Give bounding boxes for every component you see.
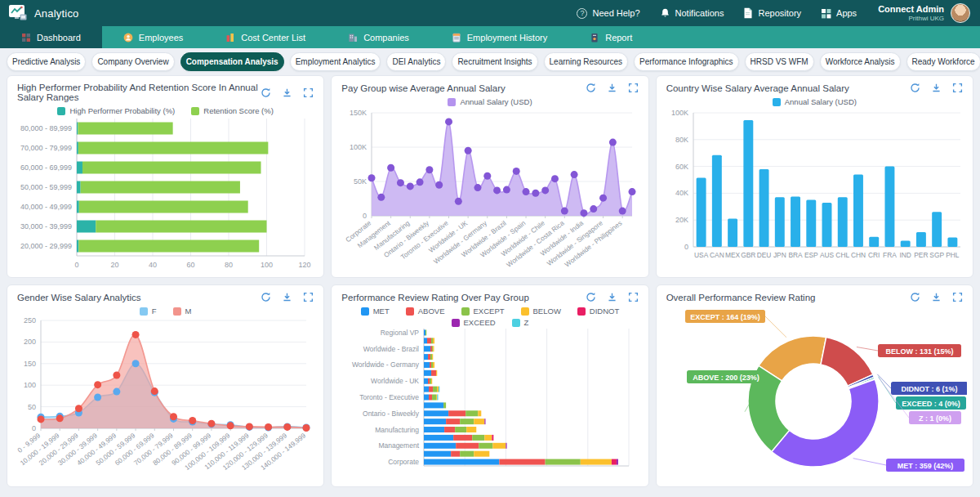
- cost-center-icon: [225, 33, 235, 43]
- legend-item[interactable]: High Performer Probability (%): [57, 106, 175, 115]
- svg-text:GBR: GBR: [741, 251, 755, 259]
- legend-item[interactable]: M: [173, 307, 192, 316]
- svg-text:30,000 - 39,999: 30,000 - 39,999: [20, 222, 72, 231]
- svg-text:40K: 40K: [675, 189, 688, 197]
- tab-employment-history[interactable]: Employment History: [430, 26, 568, 48]
- svg-text:BRA: BRA: [788, 251, 803, 259]
- overall-review-rating-donut: EXCEPT : 164 (19%)BELOW : 131 (15%)DIDNO…: [657, 305, 973, 486]
- legend-item[interactable]: BELOW: [521, 307, 561, 316]
- svg-text:150K: 150K: [350, 109, 367, 117]
- svg-text:IND: IND: [899, 251, 911, 259]
- notifications-button[interactable]: Notifications: [660, 7, 724, 19]
- legend-item[interactable]: Annual Salary (USD): [448, 97, 532, 106]
- download-icon[interactable]: [282, 292, 292, 302]
- legend-label: Z: [524, 318, 529, 327]
- svg-text:60,000 - 69,999: 60,000 - 69,999: [20, 163, 72, 172]
- download-icon[interactable]: [931, 83, 942, 93]
- expand-icon[interactable]: [303, 292, 314, 302]
- pill-predictive-analysis[interactable]: Predictive Analysis: [7, 52, 86, 71]
- performer-retention-chart: 02040608010012080,000 - 89,99970,000 - 7…: [7, 115, 323, 277]
- tab-report[interactable]: Report: [568, 26, 653, 48]
- chart-legend: Annual Salary (USD): [773, 97, 857, 106]
- pill-compensation-analysis[interactable]: Compensation Analysis: [180, 52, 284, 71]
- legend-label: Retention Score (%): [203, 106, 274, 115]
- apps-button[interactable]: Apps: [821, 8, 857, 19]
- legend-label: MET: [373, 307, 390, 316]
- refresh-icon[interactable]: [586, 83, 596, 93]
- download-icon[interactable]: [282, 87, 292, 98]
- panel-title: Pay Group wise Average Annual Salary: [341, 83, 506, 93]
- user-menu[interactable]: Connect Admin Prithwi UKG: [878, 4, 944, 22]
- legend-swatch: [57, 107, 65, 115]
- avatar[interactable]: [951, 3, 970, 23]
- refresh-icon[interactable]: [261, 87, 271, 98]
- pill-workforce-analysis[interactable]: Workforce Analysis: [820, 52, 901, 71]
- legend-item[interactable]: F: [140, 307, 157, 316]
- expand-icon[interactable]: [952, 292, 963, 302]
- svg-text:CAN: CAN: [710, 251, 724, 259]
- refresh-icon[interactable]: [261, 292, 271, 302]
- refresh-icon[interactable]: [586, 292, 596, 302]
- legend-swatch: [577, 307, 586, 316]
- panel-performer-retention: High Performer Probability And Retention…: [7, 75, 324, 278]
- legend-swatch: [406, 307, 414, 316]
- pill-ready-workforce[interactable]: Ready Workforce: [906, 52, 980, 71]
- panel-title: Gender Wise Salary Analytics: [17, 293, 140, 302]
- help-button[interactable]: ? Need Help?: [577, 8, 639, 19]
- svg-text:MET : 359 (42%): MET : 359 (42%): [898, 462, 954, 470]
- pill-hrsd-vs-wfm[interactable]: HRSD VS WFM: [745, 52, 814, 71]
- legend-item[interactable]: MET: [361, 307, 390, 316]
- panel-overall-review-rating: Overall Performance Review Rating EXCEPT…: [656, 284, 973, 487]
- legend-swatch: [773, 98, 781, 106]
- expand-icon[interactable]: [628, 83, 639, 93]
- pill-company-overview[interactable]: Company Overview: [91, 52, 174, 71]
- refresh-icon[interactable]: [910, 83, 920, 93]
- pill-performance-infographics[interactable]: Performance Infographics: [634, 52, 739, 71]
- legend-label: F: [152, 307, 157, 316]
- svg-text:Worldwide - Germany: Worldwide - Germany: [352, 360, 420, 369]
- svg-text:20K: 20K: [675, 216, 688, 224]
- pill-dei-analytics[interactable]: DEI Analytics: [386, 52, 446, 71]
- chart-legend: High Performer Probability (%)Retention …: [57, 106, 273, 115]
- app-logo-icon: [8, 4, 28, 22]
- svg-text:80: 80: [225, 261, 233, 269]
- svg-text:120: 120: [299, 261, 311, 269]
- notifications-label: Notifications: [675, 8, 724, 18]
- legend-label: ABOVE: [418, 307, 445, 316]
- review-rating-paygroup-chart: Regional VPWorldwide - BrazilWorldwide -…: [332, 327, 648, 486]
- tab-employees[interactable]: Employees: [102, 26, 204, 48]
- refresh-icon[interactable]: [910, 292, 920, 302]
- svg-text:0: 0: [32, 424, 36, 432]
- expand-icon[interactable]: [303, 87, 314, 98]
- tab-cost-center-list[interactable]: Cost Center List: [204, 26, 327, 48]
- pill-employment-analytics[interactable]: Employment Analytics: [290, 52, 381, 71]
- legend-swatch: [461, 307, 470, 316]
- tab-companies[interactable]: Companies: [327, 26, 430, 48]
- pill-recruitment-insights[interactable]: Recruitment Insights: [452, 52, 537, 71]
- legend-label: EXCEPT: [474, 307, 505, 316]
- download-icon[interactable]: [607, 83, 617, 93]
- employees-icon: [123, 33, 133, 43]
- tab-dashboard[interactable]: Dashboard: [0, 26, 102, 48]
- repository-button[interactable]: Repository: [743, 7, 801, 19]
- app-logo[interactable]: Analytico: [8, 4, 79, 22]
- download-icon[interactable]: [931, 292, 942, 302]
- svg-text:DEU: DEU: [757, 251, 772, 259]
- legend-item[interactable]: Retention Score (%): [191, 106, 274, 115]
- legend-item[interactable]: EXCEPT: [461, 307, 505, 316]
- legend-item[interactable]: ABOVE: [406, 307, 445, 316]
- companies-icon: [348, 33, 358, 43]
- legend-item[interactable]: Z: [512, 318, 529, 327]
- help-label: Need Help?: [592, 8, 639, 18]
- legend-item[interactable]: EXCEED: [452, 318, 496, 327]
- user-name: Connect Admin: [878, 4, 944, 15]
- download-icon[interactable]: [607, 292, 617, 302]
- svg-text:100K: 100K: [671, 109, 688, 117]
- svg-text:40,000 - 49,999: 40,000 - 49,999: [20, 203, 72, 211]
- pill-learning-resources[interactable]: Learning Resources: [544, 52, 629, 71]
- expand-icon[interactable]: [628, 292, 639, 302]
- legend-item[interactable]: DIDNOT: [577, 307, 619, 316]
- legend-item[interactable]: Annual Salary (USD): [773, 97, 857, 106]
- panel-gender-salary: Gender Wise Salary Analytics FM 05010015…: [7, 284, 324, 487]
- expand-icon[interactable]: [952, 83, 963, 93]
